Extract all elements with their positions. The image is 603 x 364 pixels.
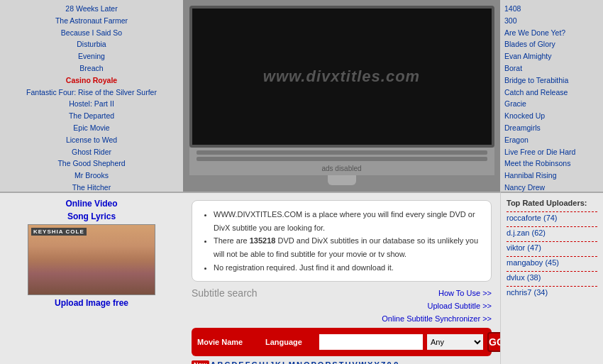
uploader-link[interactable]: dvlux (38) (507, 273, 541, 282)
right-movie-item[interactable]: Live Free or Die Hard (504, 146, 599, 158)
right-movie-item[interactable]: Are We Done Yet? (504, 27, 599, 39)
right-movie-item[interactable]: Meet the Robinsons (504, 158, 599, 170)
upload-image-link[interactable]: Upload Image free (55, 298, 128, 308)
subtitle-search-label: Subtitle search (192, 287, 258, 299)
alphabet-link[interactable]: C (224, 360, 230, 364)
alphabet-link[interactable]: R (325, 360, 331, 364)
language-label: Language (265, 338, 315, 346)
left-movie-item[interactable]: Mr Brooks (4, 170, 179, 182)
info-bullet-3: No registration required. Just find it a… (214, 261, 481, 275)
right-movie-item[interactable]: Nancy Drew (504, 182, 599, 192)
alphabet-link[interactable]: A (211, 360, 216, 364)
alphabet-link[interactable]: D (231, 360, 237, 364)
uploader-link[interactable]: nchris7 (34) (507, 288, 548, 297)
language-select[interactable]: AnyEnglishFrenchSpanishGermanItalianPort… (427, 334, 483, 350)
uploader-link[interactable]: viktor (47) (507, 243, 541, 252)
song-lyrics-link[interactable]: Song Lyrics (67, 211, 116, 221)
uploader-link[interactable]: mangaboy (45) (507, 258, 559, 267)
left-movie-item[interactable]: Hostel: Part II (4, 98, 179, 110)
alphabet-link[interactable]: O (304, 360, 310, 364)
right-movie-item[interactable]: Bridge to Terabithia (504, 75, 599, 87)
alphabet-link[interactable]: 0-9 (387, 360, 399, 364)
alphabet-link[interactable]: S (332, 360, 337, 364)
alphabet-link[interactable]: V (352, 360, 357, 364)
upload-subtitle-link[interactable]: Upload Subtitle >> (382, 300, 492, 313)
subtitle-count: 135218 (250, 236, 276, 245)
left-movie-item[interactable]: Disturbia (4, 38, 179, 50)
alphabet-link[interactable]: N (297, 360, 302, 364)
online-video-link[interactable]: Online Video (65, 199, 117, 209)
alphabet-link[interactable]: T (339, 360, 344, 364)
left-movie-item[interactable]: Casino Royale (4, 75, 179, 87)
left-movie-item[interactable]: The Departed (4, 110, 179, 122)
thumbnail-image: KEYSHIA COLE (28, 224, 155, 295)
uploader-divider (507, 271, 597, 272)
alphabet-link[interactable]: I (266, 360, 268, 364)
left-movie-item[interactable]: The Astronaut Farmer (4, 15, 179, 27)
alphabet-link[interactable]: B (217, 360, 223, 364)
alphabet-row: New A B C D E F G H I J K L M N O P Q R … (192, 360, 492, 364)
uploader-item: nchris7 (34) (507, 286, 597, 297)
uploader-item: viktor (47) (507, 241, 597, 252)
thumbnail-face: KEYSHIA COLE (28, 225, 155, 294)
right-movie-item[interactable]: Borat (504, 62, 599, 75)
alphabet-link[interactable]: F (245, 360, 250, 364)
right-movie-item[interactable]: Blades of Glory (504, 38, 599, 50)
alphabet-link[interactable]: H (259, 360, 265, 364)
alphabet-link[interactable]: Z (381, 360, 386, 364)
left-movie-list: 28 Weeks LaterThe Astronaut FarmerBecaus… (0, 0, 183, 192)
bottom-left-sidebar: Online Video Song Lyrics KEYSHIA COLE Up… (0, 192, 183, 364)
left-movie-item[interactable]: Ghost Rider (4, 146, 179, 158)
alphabet-link[interactable]: E (238, 360, 243, 364)
right-movie-item[interactable]: Evan Almighty (504, 50, 599, 62)
uploader-link[interactable]: roccaforte (74) (507, 214, 558, 222)
uploader-divider (507, 226, 597, 227)
uploader-item: roccaforte (74) (507, 211, 597, 222)
left-movie-item[interactable]: The Hitcher (4, 182, 179, 192)
alphabet-link[interactable]: M (289, 360, 295, 364)
left-movie-item[interactable]: License to Wed (4, 134, 179, 146)
new-badge: New (192, 360, 209, 364)
left-movie-item[interactable]: Epic Movie (4, 122, 179, 134)
alphabet-link[interactable]: W (359, 360, 366, 364)
alphabet-link[interactable]: G (251, 360, 258, 364)
movie-name-input[interactable] (319, 334, 423, 350)
alphabet-link[interactable]: Y (374, 360, 379, 364)
tv-screen: www.divxtitles.com (189, 6, 494, 148)
site-url: www.divxtitles.com (263, 67, 420, 86)
alphabet-link[interactable]: K (275, 360, 281, 364)
uploader-divider (507, 241, 597, 242)
left-movie-item[interactable]: Because I Said So (4, 27, 179, 39)
alphabet-link[interactable]: X (367, 360, 372, 364)
tv-strips: ads disabled (189, 148, 494, 175)
alphabet-link[interactable]: Q (318, 360, 324, 364)
right-movie-item[interactable]: Catch and Release (504, 87, 599, 99)
uploader-divider (507, 286, 597, 287)
right-movie-item[interactable]: Hannibal Rising (504, 170, 599, 182)
info-bullet-1: WWW.DIVXTITLES.COM is a place where you … (214, 208, 481, 234)
left-movie-item[interactable]: Breach (4, 62, 179, 75)
alphabet-link[interactable]: L (282, 360, 287, 364)
online-sync-link[interactable]: Online Subtitle Synchronizer >> (382, 313, 492, 326)
top-rated-title: Top Rated Uploaders: (507, 199, 597, 207)
left-movie-item[interactable]: Evening (4, 50, 179, 62)
uploader-link[interactable]: d.j.zan (62) (507, 228, 546, 237)
info-bullet-2: There are 135218 DVD and DivX subtitles … (214, 234, 481, 260)
center-banner: www.divxtitles.com ads disabled (183, 0, 500, 192)
right-movie-item[interactable]: 1408 (504, 3, 599, 15)
right-movie-item[interactable]: Gracie (504, 98, 599, 110)
alphabet-link[interactable]: J (270, 360, 274, 364)
alphabet-link[interactable]: U (345, 360, 350, 364)
ads-disabled-label: ads disabled (189, 165, 494, 172)
bottom-center-content: WWW.DIVXTITLES.COM is a place where you … (183, 192, 500, 364)
alphabet-link[interactable]: P (311, 360, 316, 364)
right-movie-item[interactable]: Eragon (504, 134, 599, 146)
left-movie-item[interactable]: 28 Weeks Later (4, 3, 179, 15)
right-movie-item[interactable]: Dreamgirls (504, 122, 599, 134)
left-movie-item[interactable]: The Good Shepherd (4, 158, 179, 170)
left-movie-item[interactable]: Fantastic Four: Rise of the Silver Surfe… (4, 87, 179, 99)
thumbnail-label: KEYSHIA COLE (31, 228, 87, 236)
how-to-use-link[interactable]: How To Use >> (382, 287, 492, 300)
right-movie-item[interactable]: 300 (504, 15, 599, 27)
right-movie-item[interactable]: Knocked Up (504, 110, 599, 122)
